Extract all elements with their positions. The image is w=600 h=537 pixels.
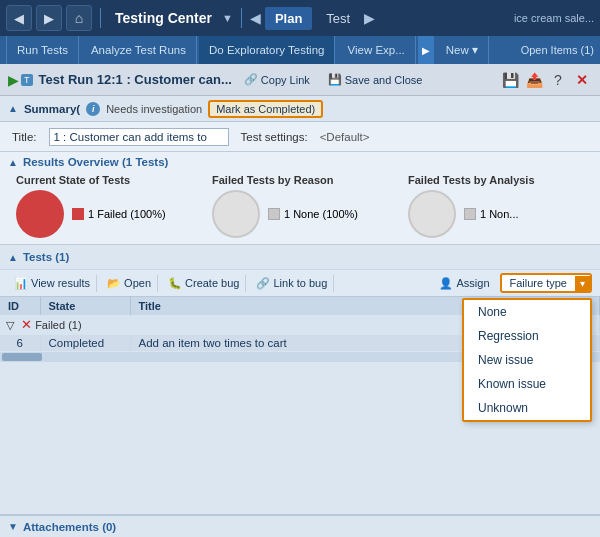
assign-icon: 👤 <box>439 277 453 290</box>
title-row: Title: Test settings: <Default> <box>0 122 600 152</box>
chart2-donut <box>212 190 260 238</box>
copy-icon: 🔗 <box>244 73 258 86</box>
error-icon: ✕ <box>21 317 32 332</box>
chart2-legend-label: 1 None (100%) <box>284 208 358 220</box>
dropdown-item-none[interactable]: None <box>464 300 590 324</box>
tests-header: ▲ Tests (1) <box>0 245 600 269</box>
results-overview-header: ▲ Results Overview (1 Tests) <box>8 156 592 168</box>
dropdown-item-new-issue[interactable]: New issue <box>464 348 590 372</box>
failure-type-dropdown[interactable]: Failure type ▾ <box>500 273 592 293</box>
col-state-header: State <box>40 297 130 315</box>
bug-icon: 🐛 <box>168 277 182 290</box>
chart2-title: Failed Tests by Reason <box>212 174 358 186</box>
toolbar-scroll-right[interactable]: ▶ <box>418 36 434 64</box>
nav-left-chevron[interactable]: ◀ <box>250 10 261 26</box>
summary-chevron[interactable]: ▲ <box>8 103 18 114</box>
chart3-title: Failed Tests by Analysis <box>408 174 535 186</box>
save-icon-btn[interactable]: 💾 <box>500 70 520 90</box>
tab-analyze[interactable]: Analyze Test Runs <box>81 36 197 64</box>
assign-button[interactable]: 👤 Assign <box>433 275 495 292</box>
chart3-legend: 1 Non... <box>464 208 519 220</box>
tests-title: Tests (1) <box>23 251 69 263</box>
save-close-button[interactable]: 💾 Save and Close <box>322 71 429 88</box>
chart3-donut <box>408 190 456 238</box>
nav-tab-test[interactable]: Test <box>316 7 360 30</box>
dropdown-item-regression[interactable]: Regression <box>464 324 590 348</box>
dropdown-item-known-issue[interactable]: Known issue <box>464 372 590 396</box>
main-content: ▶ T Test Run 12:1 : Customer can... 🔗 Co… <box>0 64 600 537</box>
forward-button[interactable]: ▶ <box>36 5 62 31</box>
chart-failed-by-reason: Failed Tests by Reason 1 None (100%) <box>212 174 388 238</box>
title-input[interactable] <box>49 128 229 146</box>
open-button[interactable]: 📂 Open <box>101 275 158 292</box>
legend-gray-box2 <box>464 208 476 220</box>
needs-investigation-label: Needs investigation <box>106 103 202 115</box>
view-results-icon: 📊 <box>14 277 28 290</box>
mark-completed-button[interactable]: Mark as Completed) <box>208 100 323 118</box>
nav-dropdown-arrow[interactable]: ▼ <box>222 12 233 24</box>
nav-right-chevron[interactable]: ▶ <box>364 10 375 26</box>
test-badge: T <box>21 74 33 86</box>
link-to-bug-button[interactable]: 🔗 Link to bug <box>250 275 334 292</box>
back-button[interactable]: ◀ <box>6 5 32 31</box>
test-settings-label: Test settings: <box>241 131 308 143</box>
row-id: 6 <box>0 335 40 352</box>
help-icon-btn[interactable]: ? <box>548 70 568 90</box>
attachments-row: ▼ Attachements (0) <box>0 515 600 537</box>
second-toolbar: Run Tests Analyze Test Runs Do Explorato… <box>0 36 600 64</box>
row-state: Completed <box>40 335 130 352</box>
close-button[interactable]: ✕ <box>572 70 592 90</box>
user-label: ice cream sale... <box>514 12 594 24</box>
play-icon: ▶ <box>8 72 19 88</box>
forward-icon: ▶ <box>44 11 54 26</box>
legend-red-box <box>72 208 84 220</box>
app-title: Testing Center <box>115 10 212 26</box>
upload-icon-btn[interactable]: 📤 <box>524 70 544 90</box>
test-run-title: Test Run 12:1 : Customer can... <box>39 72 232 87</box>
tab-exploratory[interactable]: Do Exploratory Testing <box>199 36 335 64</box>
back-icon: ◀ <box>14 11 24 26</box>
nav-tab-plan[interactable]: Plan <box>265 7 312 30</box>
home-icon: ⌂ <box>75 10 83 26</box>
attachments-label: Attachements (0) <box>23 521 116 533</box>
chart3-legend-label: 1 Non... <box>480 208 519 220</box>
failure-type-menu: None Regression New issue Known issue Un… <box>462 298 592 422</box>
info-icon: i <box>86 102 100 116</box>
chart-row: Current State of Tests 1 Failed (100%) F… <box>8 174 592 238</box>
tab-run-tests[interactable]: Run Tests <box>6 36 79 64</box>
summary-label: Summary( <box>24 103 80 115</box>
view-results-button[interactable]: 📊 View results <box>8 275 97 292</box>
expand-icon[interactable]: ▽ <box>6 319 14 331</box>
chart2-col: Failed Tests by Reason 1 None (100%) <box>212 174 358 238</box>
chart1-col: Current State of Tests 1 Failed (100%) <box>16 174 166 238</box>
tests-toolbar: 📊 View results 📂 Open 🐛 Create bug 🔗 Lin… <box>0 269 600 297</box>
chart1-legend: 1 Failed (100%) <box>72 208 166 220</box>
failure-type-label: Failure type <box>502 275 575 291</box>
test-settings-value: <Default> <box>320 131 370 143</box>
summary-bar: ▲ Summary( i Needs investigation Mark as… <box>0 96 600 122</box>
results-chevron[interactable]: ▲ <box>8 157 18 168</box>
scrollbar-thumb[interactable] <box>2 353 42 361</box>
tests-chevron[interactable]: ▲ <box>8 252 18 263</box>
chart-current-state: Current State of Tests 1 Failed (100%) <box>16 174 192 238</box>
header-sep: 💾 📤 ? ✕ <box>500 70 592 90</box>
tab-new[interactable]: New ▾ <box>436 36 489 64</box>
chart1-donut <box>16 190 64 238</box>
attachments-chevron[interactable]: ▼ <box>8 521 18 532</box>
open-items-label[interactable]: Open Items (1) <box>521 44 594 56</box>
create-bug-button[interactable]: 🐛 Create bug <box>162 275 246 292</box>
copy-link-button[interactable]: 🔗 Copy Link <box>238 71 316 88</box>
test-run-icon: ▶ T <box>8 72 33 88</box>
failure-dropdown-arrow[interactable]: ▾ <box>575 276 590 291</box>
chart1-legend-label: 1 Failed (100%) <box>88 208 166 220</box>
home-button[interactable]: ⌂ <box>66 5 92 31</box>
save-icon: 💾 <box>328 73 342 86</box>
top-nav: ◀ ▶ ⌂ Testing Center ▼ ◀ Plan Test ▶ ice… <box>0 0 600 36</box>
tab-view-exp[interactable]: View Exp... <box>337 36 415 64</box>
col-id-header: ID <box>0 297 40 315</box>
open-icon: 📂 <box>107 277 121 290</box>
results-overview-title: Results Overview (1 Tests) <box>23 156 169 168</box>
legend-gray-box <box>268 208 280 220</box>
dropdown-item-unknown[interactable]: Unknown <box>464 396 590 420</box>
title-field-label: Title: <box>12 131 37 143</box>
